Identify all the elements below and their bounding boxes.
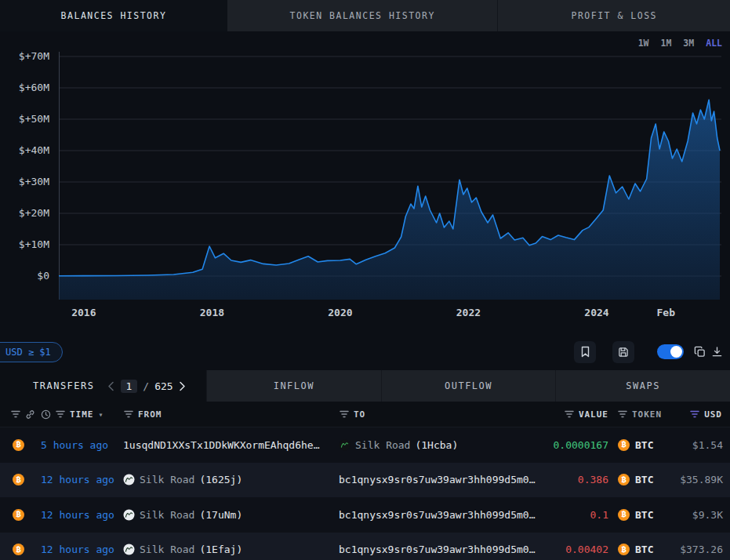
chain-filter-icon[interactable] — [11, 410, 20, 418]
x-tick-label: 2020 — [313, 307, 368, 318]
toggle-knob — [670, 346, 682, 358]
x-tick-label: 2018 — [184, 307, 239, 318]
btc-chain-icon: ₿ — [13, 544, 24, 555]
transfer-time[interactable]: 12 hours ago — [35, 544, 118, 555]
transfer-value: 0.386 — [545, 474, 612, 485]
entity-id: (1Efaj) — [199, 544, 242, 555]
chevron-down-icon[interactable]: ▾ — [99, 410, 104, 419]
outflow-tab-label: OUTFLOW — [445, 380, 492, 391]
prev-page-icon[interactable] — [107, 381, 114, 391]
time-range-1m[interactable]: 1M — [661, 38, 672, 49]
x-tick-label: 2022 — [441, 307, 496, 318]
transfer-to[interactable]: bc1qnysx9sr0s7uw39awr3hh099d5m0… — [333, 509, 545, 521]
table-row[interactable]: ₿ 12 hours ago Silk Road(17uNm) bc1qnysx… — [0, 497, 730, 533]
usd-filter-pill[interactable]: USD ≥ $1 — [0, 342, 63, 362]
clock-icon[interactable] — [41, 409, 51, 420]
silk-road-entity-icon — [123, 509, 135, 521]
silk-road-entity-icon — [123, 544, 135, 555]
x-tick-label: 2016 — [56, 307, 111, 318]
value-filter-icon[interactable] — [565, 410, 574, 418]
transfer-from[interactable]: Silk Road(1625j) — [118, 474, 333, 485]
address-text: bc1qnysx9sr0s7uw39awr3hh099d5m0… — [339, 474, 535, 485]
tab-transfers[interactable]: TRANSFERS 1 / 625 — [0, 370, 206, 402]
swaps-tab-label: SWAPS — [626, 380, 660, 391]
chart-toggle[interactable] — [657, 344, 684, 359]
silk-road-entity-icon — [339, 439, 350, 451]
transfers-tab-bar: TRANSFERS 1 / 625 INFLOW OUTFLOW SWAPS — [0, 370, 730, 402]
usd-filter-label: USD ≥ $1 — [5, 347, 51, 358]
to-filter-icon[interactable] — [340, 410, 349, 418]
y-tick-label: $0 — [0, 270, 49, 282]
transfer-token[interactable]: ₿ BTC — [612, 474, 659, 485]
transfer-to[interactable]: Silk Road(1Hcba) — [333, 439, 545, 451]
balance-history-chart-section: 1W 1M 3M ALL $0$+10M$+20M$+30M$+40M$+50M… — [0, 31, 730, 333]
tab-profit-loss[interactable]: PROFIT & LOSS — [498, 0, 730, 31]
btc-token-icon: ₿ — [618, 439, 630, 451]
inflow-tab-label: INFLOW — [274, 380, 314, 391]
tab-outflow[interactable]: OUTFLOW — [381, 370, 556, 402]
pagination: 1 / 625 — [107, 380, 186, 393]
time-range-selector: 1W 1M 3M ALL — [638, 38, 722, 49]
column-header-value[interactable]: VALUE — [579, 409, 608, 420]
transfer-value: 0.1 — [545, 509, 612, 521]
table-row[interactable]: ₿ 12 hours ago Silk Road(1Efaj) bc1qnysx… — [0, 533, 730, 560]
usd-filter-icon-active[interactable] — [690, 410, 699, 418]
time-range-1w[interactable]: 1W — [638, 38, 649, 49]
transfer-time[interactable]: 12 hours ago — [35, 509, 118, 521]
btc-chain-icon: ₿ — [13, 439, 24, 451]
btc-token-icon: ₿ — [618, 474, 630, 485]
y-tick-label: $+10M — [0, 238, 49, 250]
tab-token-balances-history[interactable]: TOKEN BALANCES HISTORY — [227, 0, 498, 31]
btc-token-icon: ₿ — [618, 544, 630, 555]
tab-inflow[interactable]: INFLOW — [206, 370, 381, 402]
next-page-icon[interactable] — [179, 381, 186, 391]
transfer-token[interactable]: ₿ BTC — [612, 509, 659, 521]
table-row[interactable]: ₿ 12 hours ago Silk Road(1625j) bc1qnysx… — [0, 463, 730, 498]
tab-label: TOKEN BALANCES HISTORY — [290, 10, 435, 21]
transfer-token[interactable]: ₿ BTC — [612, 544, 659, 555]
y-tick-label: $+20M — [0, 207, 49, 219]
tab-balances-history[interactable]: BALANCES HISTORY — [0, 0, 227, 31]
balance-history-chart[interactable] — [0, 31, 730, 333]
transfer-usd: $373.26 — [659, 544, 730, 555]
time-range-all[interactable]: ALL — [706, 38, 722, 49]
current-page[interactable]: 1 — [121, 380, 138, 393]
transfers-table-header: TIME ▾ FROM TO VALUE TOKEN USD — [0, 402, 730, 427]
silk-road-entity-icon — [123, 474, 135, 485]
token-label: BTC — [635, 509, 653, 521]
transfer-time[interactable]: 5 hours ago — [35, 439, 118, 451]
btc-token-icon: ₿ — [618, 509, 630, 521]
tab-swaps[interactable]: SWAPS — [555, 370, 730, 402]
transfer-time[interactable]: 12 hours ago — [35, 474, 118, 485]
table-row[interactable]: ₿ 5 hours ago 1usqdND1XXsTx1DDkWKXormEAh… — [0, 427, 730, 463]
token-label: BTC — [635, 439, 653, 451]
transfer-from[interactable]: Silk Road(17uNm) — [118, 509, 333, 521]
column-header-to[interactable]: TO — [354, 409, 365, 420]
transfer-from[interactable]: 1usqdND1XXsTx1DDkWKXormEAhqd6he… — [118, 439, 333, 451]
download-icon[interactable] — [711, 346, 723, 358]
transfer-token[interactable]: ₿ BTC — [612, 439, 659, 451]
column-header-usd[interactable]: USD — [704, 409, 722, 420]
token-label: BTC — [635, 474, 653, 485]
time-range-3m[interactable]: 3M — [683, 38, 694, 49]
time-filter-icon[interactable] — [56, 410, 65, 418]
copy-icon[interactable] — [694, 346, 706, 358]
from-filter-icon[interactable] — [124, 410, 133, 418]
transfer-from[interactable]: Silk Road(1Efaj) — [118, 544, 333, 555]
transfer-to[interactable]: bc1qnysx9sr0s7uw39awr3hh099d5m0… — [333, 544, 545, 555]
y-tick-label: $+30M — [0, 176, 49, 187]
save-chart-button[interactable] — [612, 341, 634, 363]
column-header-from[interactable]: FROM — [138, 409, 162, 420]
transfer-to[interactable]: bc1qnysx9sr0s7uw39awr3hh099d5m0… — [333, 474, 545, 485]
column-header-time[interactable]: TIME — [70, 409, 94, 420]
column-header-token[interactable]: TOKEN — [632, 409, 662, 420]
chart-tab-bar: BALANCES HISTORY TOKEN BALANCES HISTORY … — [0, 0, 730, 31]
entity-id: (17uNm) — [199, 509, 242, 521]
token-filter-icon[interactable] — [618, 410, 627, 418]
address-text: bc1qnysx9sr0s7uw39awr3hh099d5m0… — [339, 544, 535, 555]
btc-chain-icon: ₿ — [13, 509, 24, 521]
transfer-usd: $1.54 — [659, 439, 730, 451]
bookmark-icon — [580, 346, 590, 358]
y-tick-label: $+70M — [0, 50, 49, 62]
bookmark-button[interactable] — [574, 341, 596, 363]
